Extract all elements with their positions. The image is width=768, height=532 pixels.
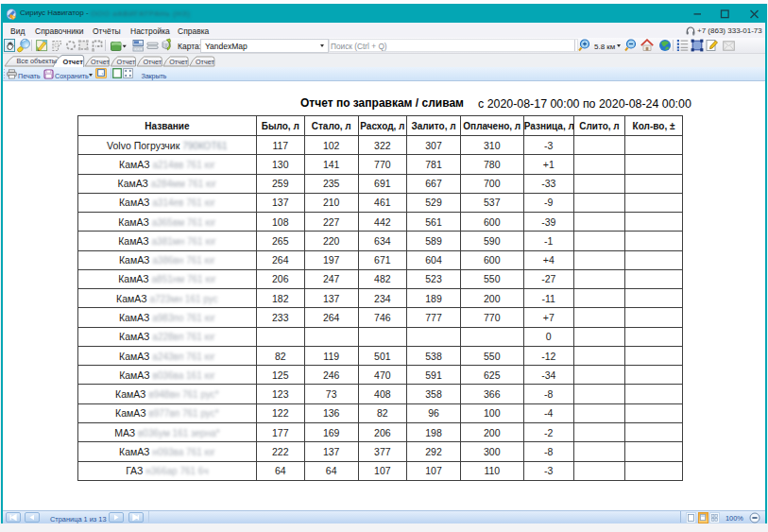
svg-text:Все объекты: Все объекты: [17, 57, 57, 65]
svg-text:Отчет: Отчет: [143, 58, 162, 66]
svg-text:Отчет: Отчет: [169, 58, 188, 66]
svg-text:Отчет: Отчет: [117, 58, 136, 66]
svg-text:Отчет: Отчет: [196, 58, 214, 66]
svg-text:Отчет: Отчет: [63, 58, 84, 66]
svg-text:Отчет: Отчет: [91, 58, 110, 66]
